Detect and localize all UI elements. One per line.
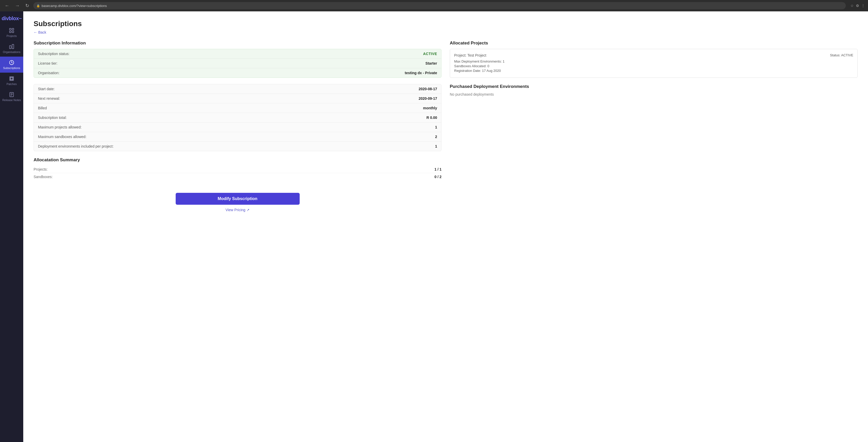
deploy-envs-label: Deployment environments included per pro…	[38, 144, 114, 148]
license-row: License tier: Starter	[34, 59, 441, 68]
release-notes-icon	[9, 92, 14, 97]
organisations-label: Organisations	[3, 51, 21, 54]
bottom-actions: Modify Subscription View Pricing ↗	[34, 193, 441, 214]
browser-toolbar: ☆ ⚙ ⋮	[850, 4, 865, 8]
url-text: basecamp.divblox.com/?view=subscriptions	[41, 4, 107, 8]
license-label: License tier:	[38, 61, 57, 65]
purchased-title: Purchased Deployment Environments	[450, 84, 858, 89]
back-button[interactable]: ←	[3, 3, 11, 9]
renewal-label: Next renewal:	[38, 96, 60, 100]
org-row: Organisation: testing dx - Private	[34, 68, 441, 78]
projects-allocation-row: Projects: 1 / 1	[34, 166, 441, 173]
release-notes-label: Release Notes	[2, 98, 21, 101]
extensions-icon[interactable]: ⚙	[856, 4, 859, 8]
subscriptions-icon	[9, 60, 14, 65]
billed-row: Billed monthly	[34, 104, 441, 113]
back-arrow: ←	[34, 30, 37, 34]
modify-subscription-button[interactable]: Modify Subscription	[176, 193, 300, 205]
sandboxes-alloc-value: 0 / 2	[435, 175, 441, 179]
project-reg-date: Registration Date: 17 Aug 2020	[454, 69, 853, 72]
allocated-projects-section: Allocated Projects Project: Test Project…	[450, 40, 858, 78]
max-sandboxes-value: 2	[435, 135, 437, 139]
status-row: Subscription status: ACTIVE	[34, 49, 441, 59]
project-card-header: Project: Test Project Status: ACTIVE	[454, 53, 853, 57]
sidebar-item-organisations[interactable]: Organisations	[0, 40, 23, 57]
allocation-rows: Projects: 1 / 1 Sandboxes: 0 / 2	[34, 166, 441, 180]
total-label: Subscription total:	[38, 116, 67, 120]
svg-rect-3	[12, 31, 14, 33]
svg-rect-4	[9, 46, 11, 49]
sidebar-item-subscriptions[interactable]: Subscriptions	[0, 57, 23, 72]
start-date-value: 2020-08-17	[418, 87, 437, 91]
star-icon[interactable]: ☆	[850, 4, 854, 8]
svg-rect-0	[9, 28, 11, 30]
patches-icon	[9, 76, 14, 82]
purchased-deployments-section: Purchased Deployment Environments No pur…	[450, 84, 858, 96]
browser-chrome: ← → ↻ 🔒 basecamp.divblox.com/?view=subsc…	[0, 0, 868, 11]
no-deployments-text: No purchased deployments	[450, 92, 858, 96]
external-link-icon: ↗	[246, 208, 250, 212]
renewal-value: 2020-09-17	[418, 96, 437, 100]
max-sandboxes-row: Maximum sandboxes allowed: 2	[34, 132, 441, 142]
patches-label: Patches	[6, 83, 17, 86]
organisations-icon	[9, 44, 14, 49]
license-value: Starter	[426, 61, 437, 65]
view-pricing-label: View Pricing	[225, 208, 245, 212]
project-name-value: Test Project	[467, 53, 486, 57]
renewal-row: Next renewal: 2020-09-17	[34, 94, 441, 104]
sidebar-item-release-notes[interactable]: Release Notes	[0, 89, 23, 105]
back-label: Back	[38, 30, 46, 34]
reload-button[interactable]: ↻	[24, 2, 31, 9]
project-name: Project: Test Project	[454, 53, 487, 57]
projects-icon	[9, 28, 14, 33]
project-label: Project:	[454, 53, 466, 57]
main-content: Subscriptions ← Back Subscription Inform…	[23, 11, 868, 442]
sidebar-item-projects[interactable]: Projects	[0, 25, 23, 40]
billed-value: monthly	[423, 106, 437, 110]
deploy-envs-row: Deployment environments included per pro…	[34, 142, 441, 151]
project-card: Project: Test Project Status: ACTIVE Max…	[450, 49, 858, 78]
start-date-label: Start date:	[38, 87, 55, 91]
total-value: R 0.00	[427, 116, 437, 120]
subscription-details-card: Start date: 2020-08-17 Next renewal: 202…	[34, 84, 441, 151]
allocation-section: Allocatation Summary Projects: 1 / 1 San…	[34, 157, 441, 180]
total-row: Subscription total: R 0.00	[34, 113, 441, 122]
org-value: testing dx - Private	[405, 71, 437, 75]
org-label: Organisation:	[38, 71, 59, 75]
subscription-status-card: Subscription status: ACTIVE License tier…	[34, 49, 441, 78]
projects-alloc-label: Projects:	[34, 167, 48, 171]
sandboxes-alloc-label: Sandboxes:	[34, 175, 53, 179]
status-value: ACTIVE	[423, 52, 437, 56]
right-column: Allocated Projects Project: Test Project…	[450, 40, 858, 214]
address-bar[interactable]: 🔒 basecamp.divblox.com/?view=subscriptio…	[33, 2, 846, 9]
left-column: Subscription Information Subscription st…	[34, 40, 441, 214]
content-layout: Subscription Information Subscription st…	[34, 40, 858, 214]
max-projects-label: Maximum projects allowed:	[38, 125, 82, 129]
billed-label: Billed	[38, 106, 47, 110]
max-projects-value: 1	[435, 125, 437, 129]
lock-icon: 🔒	[36, 4, 40, 7]
project-status: Status: ACTIVE	[830, 53, 853, 57]
back-link[interactable]: ← Back	[34, 30, 46, 34]
subscription-info-title: Subscription Information	[34, 40, 441, 46]
projects-label: Projects	[6, 34, 17, 37]
svg-rect-1	[12, 28, 14, 30]
allocation-title: Allocatation Summary	[34, 157, 441, 163]
project-max-deploy: Max Deployment Environments: 1	[454, 59, 853, 63]
svg-rect-2	[9, 31, 11, 33]
project-sandboxes: Sandboxes Allocated: 0	[454, 64, 853, 68]
menu-icon[interactable]: ⋮	[861, 4, 865, 8]
subscription-info-section: Subscription Information Subscription st…	[34, 40, 441, 78]
forward-button[interactable]: →	[13, 3, 21, 9]
projects-alloc-value: 1 / 1	[435, 167, 441, 171]
sidebar-item-patches[interactable]: Patches	[0, 72, 23, 89]
status-label: Subscription status:	[38, 52, 69, 56]
sidebar: divblox~ Projects Organisations Subscrip…	[0, 11, 23, 442]
svg-rect-5	[12, 45, 14, 49]
sandboxes-allocation-row: Sandboxes: 0 / 2	[34, 173, 441, 180]
view-pricing-button[interactable]: View Pricing ↗	[223, 206, 252, 214]
start-date-row: Start date: 2020-08-17	[34, 84, 441, 94]
page-title: Subscriptions	[34, 20, 858, 28]
max-sandboxes-label: Maximum sandboxes allowed:	[38, 135, 87, 139]
max-projects-row: Maximum projects allowed: 1	[34, 122, 441, 132]
